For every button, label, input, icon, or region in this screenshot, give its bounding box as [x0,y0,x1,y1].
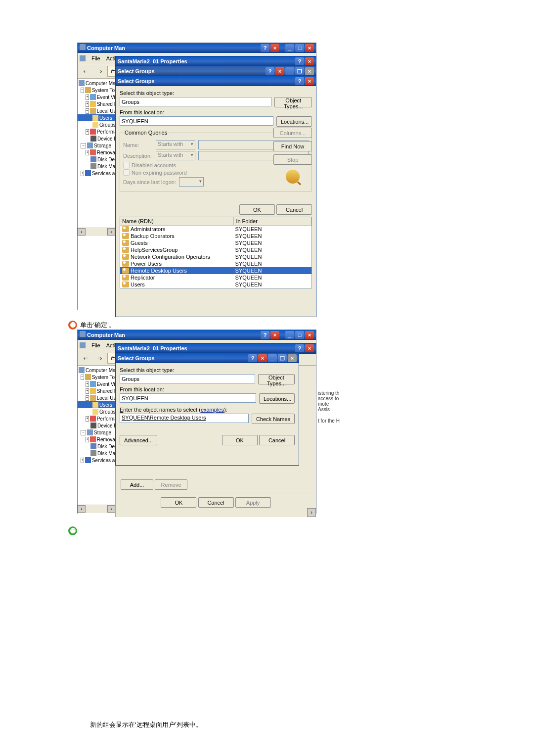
tree-item[interactable]: Local Users [97,395,116,401]
help-icon[interactable]: ? [261,44,269,52]
back-icon[interactable]: ⇐ [80,66,91,77]
collapse-icon[interactable]: − [86,108,89,114]
help-icon[interactable]: ? [248,354,257,362]
close-icon[interactable]: × [275,67,284,75]
expand-icon[interactable]: + [81,171,84,176]
expand-icon[interactable]: + [86,416,89,422]
expand-icon[interactable]: + [86,129,89,135]
tree-item[interactable]: Shared Fold [97,388,116,394]
locations-button[interactable]: Locations... [259,393,295,404]
remove-button[interactable]: Remove [155,479,187,490]
tree-item[interactable]: Device Man [97,136,116,142]
tree-item[interactable]: System Tools [92,375,116,380]
close-icon[interactable]: × [305,331,314,339]
name-match-select[interactable]: Starts with [156,140,195,149]
tree-hscroll[interactable] [78,228,115,236]
col-name[interactable]: Name (RDN) [120,217,234,225]
ok-button[interactable]: OK [239,204,275,215]
close-icon-secondary[interactable]: × [288,354,297,362]
tree-item[interactable]: Performanc [97,416,116,422]
tree-item[interactable]: Storage [94,143,111,148]
locations-button[interactable]: Locations... [276,116,312,127]
expand-icon[interactable]: + [86,101,89,107]
back-icon[interactable]: ⇐ [80,353,91,364]
expand-icon[interactable]: + [86,381,89,387]
maximize-icon[interactable]: ❐ [295,67,304,75]
cancel-button[interactable]: Cancel [259,435,295,445]
result-row[interactable]: Remote Desktop UsersSYQUEEN [120,267,312,274]
tree-item[interactable]: Event View [97,94,116,100]
columns-button[interactable]: Columns... [273,128,312,138]
minimize-icon[interactable]: _ [285,331,294,339]
tree-item-users[interactable]: Users [99,402,112,408]
maximize-icon[interactable]: □ [295,44,304,52]
advanced-button[interactable]: Advanced... [120,435,157,445]
tree-pane[interactable]: Computer Manager −System Tools +Event Vi… [78,366,116,517]
ok-button[interactable]: OK [222,435,258,445]
expand-icon[interactable]: + [86,150,89,155]
result-row[interactable]: AdministratorsSYQUEEN [120,226,312,233]
check-names-button[interactable]: Check Names [252,414,295,424]
object-types-button[interactable]: Object Types... [274,97,312,107]
tree-pane[interactable]: Computer Manager −System Tools +Event Vi… [78,79,116,316]
maximize-icon[interactable]: □ [295,331,304,339]
close-icon[interactable]: × [305,77,314,85]
stop-button[interactable]: Stop [273,154,312,165]
tree-item[interactable]: Disk Manag [97,451,116,456]
tree-item-groups[interactable]: Groups [99,122,116,128]
file-menu[interactable]: File [91,55,100,61]
tree-item-groups[interactable]: Groups [99,409,116,415]
object-names-input[interactable]: SYQUEEN\Remote Desktop Users [120,414,249,423]
tree-item[interactable]: Device Man [97,423,116,428]
help-icon[interactable]: ? [295,77,304,85]
result-row[interactable]: HelpServicesGroupSYQUEEN [120,246,312,253]
close-icon[interactable]: × [258,354,267,362]
tree-item[interactable]: Local Users [97,108,116,114]
maximize-icon[interactable]: ❐ [278,354,287,362]
close-icon[interactable]: × [305,57,314,65]
tree-item[interactable]: Removable [97,437,116,442]
result-row[interactable]: Backup OperatorsSYQUEEN [120,233,312,239]
expand-icon[interactable]: + [86,94,89,100]
days-since-select[interactable] [179,177,204,187]
tree-item[interactable]: Disk Manag [97,164,116,169]
help-icon[interactable]: ? [261,331,269,339]
result-row[interactable]: GuestsSYQUEEN [120,239,312,246]
cancel-button[interactable]: Cancel [276,204,312,215]
tree-root[interactable]: Computer Manager [86,368,116,373]
tree-item[interactable]: System Tools [92,88,116,93]
object-type-field[interactable] [120,374,255,383]
forward-icon[interactable]: ⇒ [93,66,105,77]
result-row[interactable]: ReplicatorSYQUEEN [120,274,312,281]
collapse-icon[interactable]: − [81,430,86,435]
result-row[interactable]: Power UsersSYQUEEN [120,260,312,267]
close-icon-secondary[interactable]: × [305,67,314,75]
minimize-icon[interactable]: _ [268,354,277,362]
result-row[interactable]: Network Configuration OperatorsSYQUEEN [120,253,312,260]
tree-item[interactable]: Disk Defrag [97,444,116,449]
tree-item[interactable]: Event View [97,381,116,387]
add-button[interactable]: Add... [121,479,153,490]
expand-icon[interactable]: + [86,388,89,394]
results-list[interactable]: Name (RDN) In Folder AdministratorsSYQUE… [120,217,312,288]
expand-icon[interactable]: + [86,437,89,442]
scroll-right-icon[interactable]: › [307,508,316,517]
close-icon[interactable]: × [270,331,279,339]
help-icon[interactable]: ? [266,67,274,75]
close-icon[interactable]: × [305,44,314,52]
tree-item[interactable]: Disk Defrag [97,157,116,162]
minimize-icon[interactable]: _ [285,44,294,52]
tree-item[interactable]: Services and A [92,458,116,463]
forward-icon[interactable]: ⇒ [93,353,105,364]
find-now-button[interactable]: Find Now [273,141,312,151]
tree-item[interactable]: Performanc [97,129,116,135]
collapse-icon[interactable]: − [86,395,89,401]
result-row[interactable]: UsersSYQUEEN [120,281,312,288]
desc-match-select[interactable]: Starts with [156,151,195,160]
minimize-icon[interactable]: _ [285,67,294,75]
properties-ok-button[interactable]: OK [161,497,196,508]
collapse-icon[interactable]: − [81,88,84,93]
tree-item[interactable]: Services and A [92,171,116,176]
tree-item[interactable]: Removable [97,150,116,155]
tree-item[interactable]: Shared Fold [97,101,116,107]
